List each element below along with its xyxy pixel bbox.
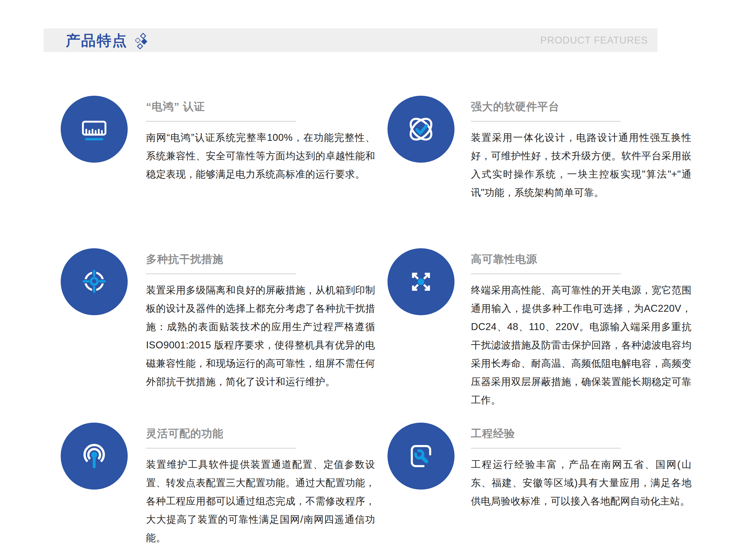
title-divider — [146, 448, 296, 449]
feature-icon-circle — [388, 423, 455, 490]
feature-title: 强大的软硬件平台 — [471, 99, 692, 113]
feature-platform: 强大的软硬件平台 装置采用一体化设计，电路设计通用性强互换性好，可维护性好，技术… — [388, 96, 692, 202]
title-divider — [146, 274, 296, 274]
title-divider — [471, 121, 621, 122]
ruler-icon — [73, 108, 115, 150]
feature-power-supply: 高可靠性电源 终端采用高性能、高可靠性的开关电源，宽它范围通用输入，提供多种工作… — [388, 248, 692, 409]
feature-configurable-functions: 灵活可配的功能 装置维护工具软件提供装置通道配置、定值参数设置、转发点表配置三大… — [61, 423, 375, 547]
feature-icon-circle — [61, 248, 128, 315]
feature-content: 灵活可配的功能 装置维护工具软件提供装置通道配置、定值参数设置、转发点表配置三大… — [146, 423, 375, 547]
feature-title: 高可靠性电源 — [471, 252, 692, 266]
feature-content: 高可靠性电源 终端采用高性能、高可靠性的开关电源，宽它范围通用输入，提供多种工作… — [471, 248, 692, 409]
header-band: 产品特点 PRODUCT FEATURES — [44, 28, 657, 52]
feature-engineering-experience: 工程经验 工程运行经验丰富，产品在南网五省、国网(山东、福建、安徽等区域)具有大… — [388, 423, 692, 510]
feature-icon-circle — [388, 248, 455, 315]
title-divider — [146, 121, 296, 122]
orbit-check-icon — [400, 108, 442, 150]
feature-content: “电鸿” 认证 南网“电鸿”认证系统完整率100%，在功能完整性、系统兼容性、安… — [146, 96, 375, 184]
feature-title: 灵活可配的功能 — [146, 426, 375, 440]
feature-certification: “电鸿” 认证 南网“电鸿”认证系统完整率100%，在功能完整性、系统兼容性、安… — [61, 96, 375, 184]
expand-arrows-icon — [400, 261, 442, 303]
feature-body: 终端采用高性能、高可靠性的开关电源，宽它范围通用输入，提供多种工作电可选择，为A… — [471, 281, 692, 409]
feature-icon-circle — [61, 423, 128, 490]
page-subtitle-en: PRODUCT FEATURES — [541, 35, 648, 46]
feature-content: 强大的软硬件平台 装置采用一体化设计，电路设计通用性强互换性好，可维护性好，技术… — [471, 96, 692, 202]
feature-body: 工程运行经验丰富，产品在南网五省、国网(山东、福建、安徽等区域)具有大量应用，满… — [471, 455, 692, 510]
diamond-logo-icon — [134, 33, 148, 50]
feature-content: 多种抗干扰措施 装置采用多级隔离和良好的屏蔽措施，从机箱到印制板的设计及器件的选… — [146, 248, 375, 391]
wrench-board-icon — [400, 435, 442, 477]
feature-title: 多种抗干扰措施 — [146, 252, 375, 266]
feature-content: 工程经验 工程运行经验丰富，产品在南网五省、国网(山东、福建、安徽等区域)具有大… — [471, 423, 692, 510]
page-title: 产品特点 — [66, 33, 128, 48]
feature-title: 工程经验 — [471, 426, 692, 440]
brochure-page: 产品特点 PRODUCT FEATURES “电鸿” 认证 南网“电鸿”认证系统… — [0, 0, 732, 560]
feature-title: “电鸿” 认证 — [146, 99, 375, 113]
feature-icon-circle — [61, 96, 128, 163]
title-divider — [471, 274, 621, 274]
feature-icon-circle — [388, 96, 455, 163]
feature-body: 装置采用一体化设计，电路设计通用性强互换性好，可维护性好，技术升级方便。软件平台… — [471, 129, 692, 202]
feature-body: 装置采用多级隔离和良好的屏蔽措施，从机箱到印制板的设计及器件的选择上都充分考虑了… — [146, 281, 375, 391]
title-divider — [471, 448, 621, 449]
feature-body: 装置维护工具软件提供装置通道配置、定值参数设置、转发点表配置三大配置功能。通过大… — [146, 455, 375, 547]
feature-anti-interference: 多种抗干扰措施 装置采用多级隔离和良好的屏蔽措施，从机箱到印制板的设计及器件的选… — [61, 248, 375, 391]
feature-body: 南网“电鸿”认证系统完整率100%，在功能完整性、系统兼容性、安全可靠性等方面均… — [146, 129, 375, 184]
broadcast-icon — [73, 435, 115, 477]
target-icon — [73, 261, 115, 303]
